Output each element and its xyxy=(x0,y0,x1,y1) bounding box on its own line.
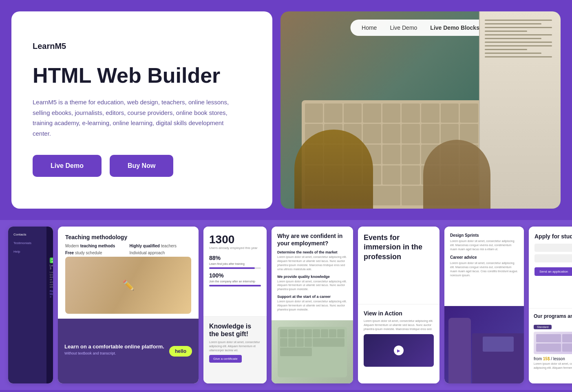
teaching-item-4: Individual approach xyxy=(130,251,192,255)
stat-bar-label-1: Learn find jobs after training xyxy=(209,262,261,265)
buy-now-button[interactable]: Buy Now xyxy=(110,155,173,177)
video-person-area xyxy=(444,306,524,383)
apply-phone-field[interactable] xyxy=(534,254,572,262)
video-thumbnail[interactable]: ▶ xyxy=(364,334,434,367)
card-sidebar-ui: Contacts Testimonials Help 6 events Leve… xyxy=(8,227,53,383)
stat-bar-2: 100% Join the company after an internshi… xyxy=(209,272,261,286)
sidebar-tab-help[interactable]: Help xyxy=(11,249,43,255)
feature-3: Support at the start of a career Lorem i… xyxy=(277,295,347,311)
card-why-confident: Why are we confident in your employment?… xyxy=(272,227,353,383)
career-text: Lorem ipsum dolor sit amet, consectetur … xyxy=(450,261,518,277)
give-certificate-button[interactable]: Give a certificate xyxy=(209,355,242,363)
teaching-image: ✏️ xyxy=(65,257,191,314)
thumb-block-2 xyxy=(562,334,572,342)
events-title: Events for immersion in the profession xyxy=(364,233,434,262)
career-title: Career advice xyxy=(450,255,518,260)
send-application-button[interactable]: Send an application xyxy=(534,267,572,276)
stat-bar-fill-1 xyxy=(209,267,255,269)
dark-sidebar: Contacts Testimonials Help xyxy=(8,227,46,383)
feature-title-1: Determine the needs of the market xyxy=(277,250,347,254)
feature-text-3: Lorem ipsum dolor sit amet, consectetur … xyxy=(277,300,347,311)
card-design-sprints: Design Sprints Lorem ipsum dolor sit ame… xyxy=(444,227,524,383)
card-teaching: Teaching methodology Modern teaching met… xyxy=(58,227,199,383)
card-events: Events for immersion in the profession V… xyxy=(358,227,439,383)
feature-text-1: Lorem ipsum dolor sit amet, consectetur … xyxy=(277,255,347,271)
design-sprint-text: Lorem ipsum dolor sit amet, consectetur … xyxy=(450,239,518,251)
apply-title: Apply for study xyxy=(534,233,572,240)
thumb-block-3 xyxy=(536,344,561,352)
stat-pct-2: 100% xyxy=(209,272,261,279)
book-lines xyxy=(480,11,561,66)
desk-item xyxy=(483,337,514,352)
teaching-item-1: Modern teaching methods xyxy=(65,244,127,248)
knowledge-desc: Lorem ipsum dolor sit amet, consectetur … xyxy=(209,340,261,352)
stat-number: 1300 xyxy=(209,233,261,246)
thumb-block-4 xyxy=(562,344,572,352)
stat-bar-bg-1 xyxy=(209,267,261,269)
card-apply: Apply for study Send an application Our … xyxy=(529,227,572,383)
hero-left-panel: LearnM5 HTML Web Builder LearnM5 is a th… xyxy=(11,11,272,209)
card-stats: 1300 Users already employed this year 88… xyxy=(203,227,267,383)
knowledge-title: Knowledge is the best gift! xyxy=(209,322,261,338)
programs-title: Our programs and xyxy=(534,313,572,319)
teaching-item-2: Highly qualified teachers xyxy=(130,244,192,248)
sidebar-tab-contacts[interactable]: Contacts xyxy=(11,231,43,238)
person-silhouette xyxy=(448,318,471,384)
hero-right-panel: Home Live Demo Live Demo Blocks xyxy=(280,11,561,209)
stat-bar-label-2: Join the company after an internship xyxy=(209,280,261,283)
hello-badge: hello xyxy=(169,346,192,357)
thumb-block-1 xyxy=(536,334,561,342)
hero-background-image: Home Live Demo Live Demo Blocks xyxy=(280,11,561,209)
teaching-title: Teaching methodology xyxy=(65,234,191,240)
program-thumbnail xyxy=(534,332,572,354)
stat-bar-fill-2 xyxy=(209,285,261,286)
desk-area xyxy=(472,333,524,384)
hero-title: HTML Web Builder xyxy=(33,64,251,87)
teaching-image-inner: ✏️ xyxy=(65,257,191,314)
gallery-strip: Contacts Testimonials Help 6 events Leve… xyxy=(0,220,572,390)
hand-right xyxy=(423,140,490,209)
laptop-keys-thumb xyxy=(278,327,347,377)
design-sprint-title: Design Sprints xyxy=(450,233,518,238)
price-label: from 15$ / lesson xyxy=(534,357,572,361)
price-value: 15$ xyxy=(543,357,550,361)
hero-description: LearnM5 is a theme for education, web de… xyxy=(33,97,236,139)
live-demo-button[interactable]: Live Demo xyxy=(33,155,102,177)
feature-title-2: We provide quality knowledge xyxy=(277,275,347,279)
teaching-item-3: Free study schedule xyxy=(65,251,127,255)
program-thumb-inner xyxy=(534,332,572,354)
feature-1: Determine the needs of the market Lorem … xyxy=(277,250,347,271)
view-action-title: View in Action xyxy=(364,310,434,317)
feature-2: We provide quality knowledge Lorem ipsum… xyxy=(277,275,347,291)
why-confident-title: Why are we confident in your employment? xyxy=(277,232,347,247)
hero-section: LearnM5 HTML Web Builder LearnM5 is a th… xyxy=(0,0,572,220)
events-badge: 6 events xyxy=(50,258,53,263)
pencil-icon: ✏️ xyxy=(122,280,135,291)
stat-bar-1: 88% Learn find jobs after training xyxy=(209,255,261,269)
hero-buttons: Live Demo Buy Now xyxy=(33,155,251,177)
teaching-grid: Modern teaching methods Highly qualified… xyxy=(65,244,191,255)
sidebar-tab-testimonials[interactable]: Testimonials xyxy=(11,240,43,246)
site-logo: LearnM5 xyxy=(33,42,251,51)
feature-title-3: Support at the start of a career xyxy=(277,295,347,299)
standard-badge: Standard xyxy=(534,325,552,329)
stat-pct-1: 88% xyxy=(209,255,261,261)
book-image xyxy=(479,11,561,209)
stat-label: Users already employed this year xyxy=(209,246,261,250)
price-desc: Lorem ipsum dolor sit amet, consectetur … xyxy=(534,362,572,370)
feature-text-2: Lorem ipsum dolor sit amet, consectetur … xyxy=(277,280,347,291)
view-action-text: Lorem ipsum dolor sit amet, consectetur … xyxy=(364,319,434,331)
hand-left xyxy=(294,130,373,209)
apply-name-field[interactable] xyxy=(534,244,572,252)
play-button[interactable]: ▶ xyxy=(394,346,404,355)
stat-bar-bg-2 xyxy=(209,285,261,286)
card1-main: 6 events Level 3 Lorem ipsum dolor sit a… xyxy=(46,227,53,383)
